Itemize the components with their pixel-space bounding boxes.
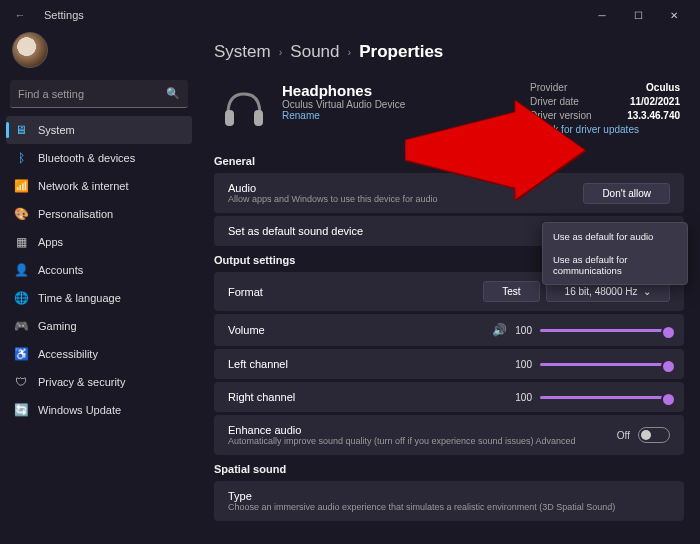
type-card[interactable]: Type Choose an immersive audio experienc… — [214, 481, 684, 521]
nav-label: Accessibility — [38, 348, 98, 360]
nav-label: Bluetooth & devices — [38, 152, 135, 164]
sidebar-item-gaming[interactable]: 🎮Gaming — [6, 312, 192, 340]
menu-default-audio[interactable]: Use as default for audio — [543, 225, 687, 248]
avatar[interactable] — [12, 32, 48, 68]
sidebar-item-network-internet[interactable]: 📶Network & internet — [6, 172, 192, 200]
nav-label: Network & internet — [38, 180, 128, 192]
dont-allow-button[interactable]: Don't allow — [583, 183, 670, 204]
svg-rect-0 — [225, 110, 234, 126]
sidebar-item-system[interactable]: 🖥System — [6, 116, 192, 144]
sidebar-item-time-language[interactable]: 🌐Time & language — [6, 284, 192, 312]
headphones-icon — [218, 82, 270, 134]
menu-default-communications[interactable]: Use as default for communications — [543, 248, 687, 282]
sidebar-item-windows-update[interactable]: 🔄Windows Update — [6, 396, 192, 424]
driver-update-link[interactable]: Check for driver updates — [530, 124, 680, 135]
nav-icon: 🎮 — [14, 319, 28, 333]
nav-icon: ᛒ — [14, 151, 28, 165]
enhance-card: Enhance audio Automatically improve soun… — [214, 415, 684, 455]
right-channel-slider[interactable] — [540, 396, 670, 399]
nav-label: Windows Update — [38, 404, 121, 416]
nav-label: System — [38, 124, 75, 136]
audio-card: Audio Allow apps and Windows to use this… — [214, 173, 684, 213]
nav-icon: 🖥 — [14, 123, 28, 137]
search-icon: 🔍 — [166, 87, 180, 100]
breadcrumb-system[interactable]: System — [214, 42, 271, 62]
nav-icon: 👤 — [14, 263, 28, 277]
sidebar-item-accessibility[interactable]: ♿Accessibility — [6, 340, 192, 368]
test-button[interactable]: Test — [483, 281, 539, 302]
svg-rect-1 — [254, 110, 263, 126]
nav-label: Apps — [38, 236, 63, 248]
sidebar-item-accounts[interactable]: 👤Accounts — [6, 256, 192, 284]
breadcrumb-current: Properties — [359, 42, 443, 62]
rename-link[interactable]: Rename — [282, 110, 530, 121]
volume-slider[interactable] — [540, 329, 670, 332]
nav-label: Gaming — [38, 320, 77, 332]
maximize-button[interactable]: ☐ — [620, 0, 656, 30]
nav-icon: ▦ — [14, 235, 28, 249]
section-spatial: Spatial sound — [214, 463, 684, 475]
breadcrumb-sound[interactable]: Sound — [290, 42, 339, 62]
back-button[interactable]: ← — [8, 9, 32, 21]
close-button[interactable]: ✕ — [656, 0, 692, 30]
nav-icon: 🛡 — [14, 375, 28, 389]
window-title: Settings — [44, 9, 84, 21]
device-name: Headphones — [282, 82, 530, 99]
nav-icon: 🌐 — [14, 291, 28, 305]
nav-icon: 🎨 — [14, 207, 28, 221]
volume-card: Volume 🔊 100 — [214, 314, 684, 346]
left-channel-card: Left channel 100 — [214, 349, 684, 379]
sidebar-item-bluetooth-devices[interactable]: ᛒBluetooth & devices — [6, 144, 192, 172]
breadcrumb: System › Sound › Properties — [214, 30, 684, 74]
search-input[interactable]: Find a setting 🔍 — [10, 80, 188, 108]
nav-label: Accounts — [38, 264, 83, 276]
chevron-right-icon: › — [348, 46, 352, 58]
nav-label: Time & language — [38, 292, 121, 304]
sidebar-item-apps[interactable]: ▦Apps — [6, 228, 192, 256]
nav-label: Personalisation — [38, 208, 113, 220]
nav-icon: 📶 — [14, 179, 28, 193]
sidebar: Find a setting 🔍 🖥SystemᛒBluetooth & dev… — [0, 30, 198, 544]
chevron-right-icon: › — [279, 46, 283, 58]
speaker-icon: 🔊 — [492, 323, 507, 337]
default-dropdown-menu: Use as default for audio Use as default … — [542, 222, 688, 285]
section-general: General — [214, 155, 684, 167]
nav-icon: ♿ — [14, 347, 28, 361]
sidebar-item-privacy-security[interactable]: 🛡Privacy & security — [6, 368, 192, 396]
nav-icon: 🔄 — [14, 403, 28, 417]
enhance-toggle[interactable] — [638, 427, 670, 443]
nav-label: Privacy & security — [38, 376, 125, 388]
minimize-button[interactable]: ─ — [584, 0, 620, 30]
left-channel-slider[interactable] — [540, 363, 670, 366]
device-sub: Oculus Virtual Audio Device — [282, 99, 530, 110]
sidebar-item-personalisation[interactable]: 🎨Personalisation — [6, 200, 192, 228]
right-channel-card: Right channel 100 — [214, 382, 684, 412]
main-content: System › Sound › Properties Headphones O… — [198, 30, 700, 544]
